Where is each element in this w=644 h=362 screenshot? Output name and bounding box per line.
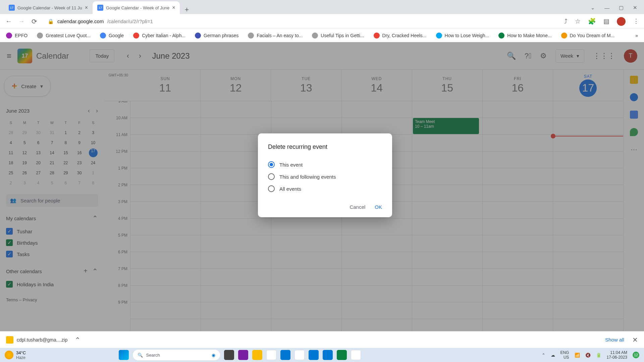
radio-icon [268, 185, 275, 192]
bookmark-label: How to Lose Weigh... [445, 33, 489, 38]
chrome-icon[interactable] [266, 350, 276, 360]
close-window-icon[interactable]: ✕ [633, 5, 637, 11]
cancel-button[interactable]: Cancel [350, 204, 366, 210]
share-icon[interactable]: ⤴ [564, 18, 568, 25]
close-icon[interactable]: × [85, 5, 88, 11]
url-path: /calendar/u/2/r?pli=1 [107, 18, 153, 24]
forward-icon[interactable]: → [17, 17, 25, 25]
bookmark-item[interactable]: German phrases [195, 33, 238, 39]
taskview-icon[interactable] [224, 350, 234, 360]
bookmark-favicon [374, 33, 380, 39]
star-icon[interactable]: ☆ [575, 17, 581, 25]
address-bar: ← → ⟳ 🔒 calendar.google.com/calendar/u/2… [0, 14, 644, 29]
downloads-bar: cdpl.tusharb@gma....zip ⌃ Show all ✕ [0, 331, 644, 348]
url-host: calendar.google.com [57, 18, 104, 24]
bookmark-label: EPFO [15, 33, 28, 38]
bookmark-label: How to Make Mone... [507, 33, 551, 38]
close-icon[interactable]: ✕ [632, 336, 638, 344]
show-all-downloads[interactable]: Show all [605, 337, 624, 343]
wifi-icon[interactable]: 📶 [575, 353, 580, 358]
tab-inactive[interactable]: 17 Google Calendar - Week of 11 Ju × [4, 1, 93, 14]
dialog-radio-option[interactable]: This and following events [268, 171, 382, 183]
bookmark-item[interactable]: Cyber Italian - Alph... [133, 33, 185, 39]
chevron-up-icon[interactable]: ⌃ [75, 336, 80, 344]
browser-tab-strip: 17 Google Calendar - Week of 11 Ju × 17 … [0, 0, 644, 14]
bookmark-item[interactable]: Greatest Love Quot... [37, 33, 91, 39]
kebab-icon[interactable]: ⋮ [633, 17, 639, 25]
profile-avatar[interactable] [617, 17, 626, 26]
weather-widget[interactable]: 34°C Haze [5, 350, 26, 360]
app-icon[interactable] [337, 350, 347, 360]
bookmark-label: Greatest Love Quot... [46, 33, 91, 38]
bookmark-item[interactable]: Google [100, 33, 124, 39]
onedrive-icon[interactable]: ☁ [551, 353, 555, 358]
reload-icon[interactable]: ⟳ [30, 17, 38, 25]
download-item[interactable]: cdpl.tusharb@gma....zip ⌃ [6, 336, 80, 344]
weather-icon [5, 351, 13, 359]
dialog-radio-option[interactable]: This event [268, 159, 382, 171]
sidepanel-icon[interactable]: ▤ [603, 17, 609, 25]
bookmark-item[interactable]: How to Lose Weigh... [436, 33, 489, 39]
new-tab-button[interactable]: + [180, 5, 194, 14]
language-indicator[interactable]: ENGUS [560, 350, 569, 360]
bookmark-favicon [6, 33, 12, 39]
bookmark-label: German phrases [204, 33, 238, 38]
bookmark-item[interactable]: Do You Dream of M... [561, 33, 615, 39]
taskbar-search[interactable]: 🔍 Search ◉ [133, 350, 220, 360]
windows-taskbar: 34°C Haze 🔍 Search ◉ ⌃ ☁ ENGUS 📶 🔇 🔋 11:… [0, 348, 644, 362]
bing-icon: ◉ [212, 353, 215, 358]
radio-label: This event [279, 162, 303, 168]
mail-icon[interactable] [309, 350, 319, 360]
tab-dropdown-icon[interactable]: ⌄ [591, 5, 595, 11]
tab-active[interactable]: 17 Google Calendar - Week of June × [93, 1, 180, 14]
extensions-icon[interactable]: 🧩 [588, 17, 596, 25]
radio-icon [268, 173, 275, 180]
bookmark-favicon [312, 33, 318, 39]
close-icon[interactable]: × [172, 5, 175, 11]
bookmark-item[interactable]: Facials – An easy to... [248, 33, 303, 39]
start-icon[interactable] [119, 350, 129, 360]
store-icon[interactable] [280, 350, 290, 360]
lock-icon: 🔒 [48, 18, 54, 24]
radio-label: This and following events [279, 174, 336, 180]
download-filename: cdpl.tusharb@gma....zip [17, 337, 67, 343]
maximize-icon[interactable]: ▢ [619, 5, 624, 11]
bookmark-item[interactable]: How to Make Mone... [498, 33, 551, 39]
bookmark-label: Do You Dream of M... [570, 33, 615, 38]
ok-button[interactable]: OK [375, 204, 382, 210]
bookmark-label: Useful Tips in Getti... [321, 33, 364, 38]
bookmark-favicon [498, 33, 504, 39]
dialog-radio-option[interactable]: All events [268, 183, 382, 195]
bookmark-favicon [133, 33, 139, 39]
notification-badge[interactable]: 12 [633, 352, 639, 358]
bookmark-item[interactable]: Useful Tips in Getti... [312, 33, 364, 39]
dialog-title: Delete recurring event [268, 143, 382, 150]
url-input[interactable]: 🔒 calendar.google.com/calendar/u/2/r?pli… [43, 18, 559, 24]
bookmarks-overflow-icon[interactable]: » [635, 33, 638, 38]
chrome2-icon[interactable] [351, 350, 361, 360]
minimize-icon[interactable]: — [604, 5, 609, 11]
bookmarks-bar: EPFOGreatest Love Quot...GoogleCyber Ita… [0, 29, 644, 42]
taskbar-search-placeholder: Search [146, 353, 160, 358]
tab-title: Google Calendar - Week of June [106, 5, 169, 10]
edge-icon[interactable] [323, 350, 333, 360]
bookmark-favicon [561, 33, 567, 39]
bookmark-favicon [195, 33, 201, 39]
bookmark-item[interactable]: EPFO [6, 33, 28, 39]
search-icon: 🔍 [138, 353, 143, 358]
explorer-icon[interactable] [252, 350, 262, 360]
bookmark-favicon [436, 33, 442, 39]
bookmark-label: Facials – An easy to... [257, 33, 303, 38]
zip-file-icon [6, 336, 13, 344]
chat-icon[interactable] [238, 350, 248, 360]
radio-icon [268, 161, 275, 168]
tray-chevron-icon[interactable]: ⌃ [542, 353, 545, 358]
volume-icon[interactable]: 🔇 [585, 353, 591, 358]
clock[interactable]: 11:04 AM17-06-2023 [607, 350, 627, 360]
bookmark-label: Cyber Italian - Alph... [142, 33, 185, 38]
battery-icon[interactable]: 🔋 [596, 353, 601, 358]
bookmark-item[interactable]: Dry, Cracked Heels... [374, 33, 427, 39]
weather-temp: 34°C [16, 350, 26, 355]
amazon-icon[interactable] [294, 350, 305, 360]
back-icon[interactable]: ← [5, 17, 13, 25]
